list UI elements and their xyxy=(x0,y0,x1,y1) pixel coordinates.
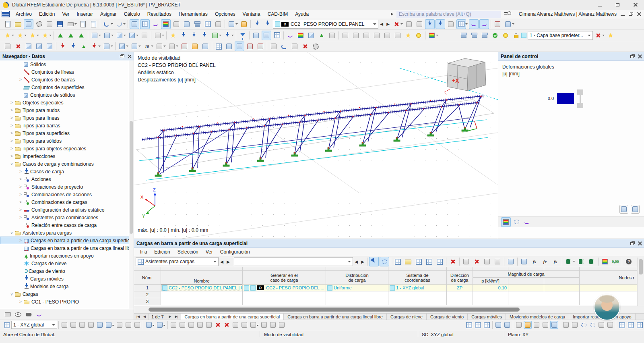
redo-button[interactable] xyxy=(114,19,124,29)
tree-item-tipos-solidos[interactable]: >Tipos para sólidos xyxy=(0,137,129,145)
tab-cargas-viento[interactable]: Cargas de viento xyxy=(427,314,468,320)
cartesian-button[interactable] xyxy=(541,321,549,329)
grid-toggle-3-button[interactable] xyxy=(483,321,491,329)
col-nudos[interactable]: Nudos r xyxy=(580,271,637,285)
grid-button[interactable] xyxy=(214,42,223,51)
zoom-cancel-button[interactable] xyxy=(13,42,23,51)
snap-settings-1-button[interactable] xyxy=(494,321,502,329)
settings-gear-button[interactable] xyxy=(311,42,320,51)
misc-tools-button[interactable] xyxy=(278,321,286,329)
table-filter-combo[interactable] xyxy=(234,257,353,266)
guidelines-button[interactable] xyxy=(145,321,153,329)
toggle-panel-button[interactable] xyxy=(161,19,171,29)
grid-toggle-1-button[interactable] xyxy=(465,321,473,329)
new-node-button[interactable] xyxy=(3,31,12,40)
view-in-direction-button[interactable] xyxy=(262,31,271,40)
new-line-support-button[interactable] xyxy=(66,31,76,40)
snap-crosshair-button[interactable] xyxy=(224,42,234,51)
section-button[interactable] xyxy=(155,42,164,51)
result-xxx-button[interactable] xyxy=(479,19,489,29)
flag-button[interactable] xyxy=(519,257,529,266)
new-nodal-support-button[interactable] xyxy=(56,31,65,40)
cross-2-button[interactable] xyxy=(223,321,231,329)
tree-item-tipos-nudos[interactable]: >Tipos para nudos xyxy=(0,106,129,114)
tree-item-modelos-carga[interactable]: Modelos de carga xyxy=(0,283,129,290)
decimal-places-button[interactable]: 0,00 xyxy=(611,257,620,266)
arc-tools-button[interactable] xyxy=(240,321,248,329)
logged-in-user[interactable]: Gimena Alvarez Matthews | Alvarez Matthe… xyxy=(519,11,617,17)
table-small-button[interactable] xyxy=(203,19,213,29)
zoom-out-button[interactable] xyxy=(45,42,54,51)
tab-cargas-nieve[interactable]: Cargas de nieve xyxy=(387,314,427,320)
color-scale-swatch[interactable] xyxy=(557,93,574,104)
next-load-case-button[interactable]: ▶ xyxy=(385,22,391,26)
menu-ayuda[interactable]: Ayuda xyxy=(291,10,312,18)
last-table-tab-button[interactable]: ▶| xyxy=(173,315,180,318)
open-model-button[interactable] xyxy=(13,19,23,29)
spline-tools-button[interactable] xyxy=(249,321,257,329)
grid-toggle-2-button[interactable] xyxy=(474,321,482,329)
dock-icon[interactable] xyxy=(630,241,634,245)
snap-settings-2-button[interactable] xyxy=(503,321,511,329)
cell-mag-2[interactable] xyxy=(508,285,544,291)
col-mag-2[interactable] xyxy=(508,278,544,285)
table-vertical-scrollbar[interactable] xyxy=(637,258,644,306)
arrow-mode-2-button[interactable] xyxy=(606,321,614,329)
ortho-1-button[interactable] xyxy=(169,321,178,329)
toggle-tables-button[interactable] xyxy=(140,19,150,29)
release-3-button[interactable] xyxy=(361,31,371,40)
new-section-button[interactable] xyxy=(140,31,149,40)
flat-plane-button[interactable] xyxy=(200,42,210,51)
snap-intersection-button[interactable] xyxy=(96,321,104,329)
previous-table-button[interactable]: ◀ xyxy=(219,260,225,264)
ellipse-mode-button[interactable] xyxy=(588,321,597,329)
new-free-load-button[interactable] xyxy=(200,31,209,40)
mdi-close-icon[interactable] xyxy=(637,12,641,16)
col-magnitud-group[interactable]: Magnitud de carga xyxy=(473,271,580,278)
table-horizontal-sc rollbar[interactable] xyxy=(134,306,644,313)
render-button[interactable] xyxy=(446,19,456,29)
table-toggle-2-button[interactable] xyxy=(627,321,635,329)
previous-load-case-button[interactable]: ◀ xyxy=(378,22,385,26)
line-mode-2-button[interactable] xyxy=(571,321,579,329)
tree-item-solidos[interactable]: Sólidos xyxy=(0,60,129,68)
plane-lock-button[interactable] xyxy=(515,321,523,329)
new-member-load-button[interactable] xyxy=(179,31,188,40)
view-z-button[interactable] xyxy=(79,42,89,51)
status-mode[interactable]: Modo de visibilidad xyxy=(264,332,303,337)
new-block-button[interactable] xyxy=(127,31,137,40)
work-plane-yz-button[interactable] xyxy=(256,42,265,51)
cell-direccion[interactable]: ZP xyxy=(447,285,473,291)
snap-tangent-button[interactable] xyxy=(116,321,124,329)
tab-cargas-barra-lineal-libre[interactable]: Cargas en barra a partir de una carga li… xyxy=(284,314,387,320)
release-4-button[interactable] xyxy=(372,31,382,40)
filter-loads-button[interactable] xyxy=(392,19,401,29)
tree-item-casos-carga-combinaciones[interactable]: ∨Casos de carga y combinaciones xyxy=(0,160,129,168)
visibility-eye-button[interactable] xyxy=(13,310,23,319)
table-toggle-3-button[interactable] xyxy=(636,321,644,329)
row-number[interactable]: 3 xyxy=(134,298,161,305)
col-nombre[interactable]: Nombre xyxy=(161,271,243,285)
new-surface-support-button[interactable] xyxy=(76,31,86,40)
new-load-button[interactable] xyxy=(223,31,232,40)
row-number[interactable]: 2 xyxy=(134,291,161,298)
rotate-view-button[interactable] xyxy=(227,19,236,29)
dim-tools-button[interactable] xyxy=(260,321,268,329)
console-button[interactable] xyxy=(171,19,181,29)
close-icon[interactable] xyxy=(127,54,131,58)
col-generar[interactable]: Generar en elcaso de carga xyxy=(243,271,326,285)
project-admin-button[interactable] xyxy=(45,19,54,29)
table-view-button[interactable] xyxy=(393,257,402,266)
tree-item-situaciones-proyecto[interactable]: >Situaciones de proyecto xyxy=(0,183,129,191)
col-distribucion[interactable]: Distribuciónde carga xyxy=(326,271,388,285)
pin-button[interactable] xyxy=(414,31,423,40)
tree-item-cargas-barra-carga-superficial[interactable]: >Cargas en barra a partir de una carga s… xyxy=(0,237,129,244)
new-polyline-button[interactable] xyxy=(40,31,50,40)
snap-center-button[interactable] xyxy=(124,321,132,329)
new-surface-load-button[interactable] xyxy=(189,31,199,40)
keyword-search-input[interactable] xyxy=(396,11,501,18)
snap-node-button[interactable] xyxy=(69,321,77,329)
formula-button[interactable]: fx xyxy=(530,257,539,266)
ortho-2-button[interactable] xyxy=(178,321,186,329)
col-num[interactable]: Núm. xyxy=(134,271,161,285)
